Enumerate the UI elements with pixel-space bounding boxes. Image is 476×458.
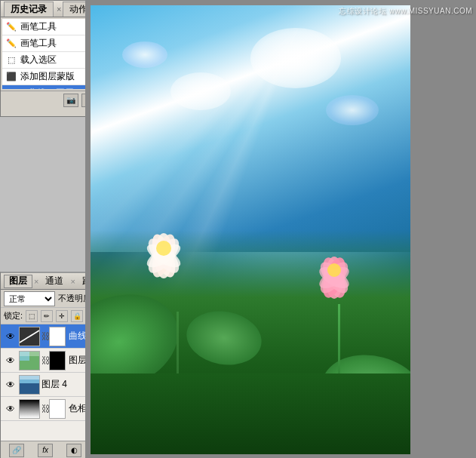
svg-rect-7	[20, 400, 39, 418]
link-layers-btn[interactable]: 🔗	[9, 444, 24, 457]
layer-thumb-layer3	[19, 351, 40, 370]
link-icon-curves2: ⛓	[41, 331, 49, 342]
svg-point-15	[156, 241, 171, 256]
blend-mode-select[interactable]: 正常	[4, 291, 55, 306]
tab-separator: ×	[57, 5, 61, 14]
bottom-leaves	[91, 373, 410, 454]
mask-thumb-hue	[49, 399, 66, 419]
cloud-3	[122, 41, 167, 68]
link-icon-layer3: ⛓	[41, 355, 49, 366]
canvas-area: 忘综设计论坛 www.MISSYUAN.COM	[85, 0, 476, 458]
layer-thumb-layer4	[19, 375, 40, 395]
eye-icon-layer3[interactable]: 👁	[4, 354, 17, 367]
lock-transparent-btn[interactable]: ⬚	[26, 310, 38, 322]
eye-icon-curves2[interactable]: 👁	[4, 330, 17, 343]
lock-move-btn[interactable]: ✛	[56, 310, 68, 322]
layer-tab-sep-2: ×	[70, 277, 75, 286]
layer-thumb-hue	[19, 399, 40, 419]
lotus-photo	[91, 5, 410, 454]
link-icon-hue: ⛓	[41, 404, 49, 414]
curves-icon: ◑	[13, 88, 25, 90]
mask-thumb-layer3	[49, 351, 66, 370]
cloud-2	[170, 72, 231, 110]
tab-channels[interactable]: 通道	[40, 275, 69, 288]
white-lotus	[122, 203, 205, 288]
mask-thumb-curves2	[49, 327, 66, 346]
pink-lotus	[296, 229, 372, 306]
history-snapshot-btn[interactable]: 📷	[63, 94, 78, 107]
eye-icon-hue[interactable]: 👁	[4, 402, 17, 416]
layer-mask-icon: ⬛	[5, 71, 17, 83]
cloud-1	[250, 28, 341, 88]
lock-paint-btn[interactable]: ✏	[41, 310, 53, 322]
layer-tab-sep-1: ×	[34, 277, 38, 286]
lock-all-btn[interactable]: 🔒	[71, 310, 83, 322]
lock-label: 锁定:	[4, 310, 23, 321]
brush-icon-2: ✏️	[5, 38, 17, 50]
tab-layers[interactable]: 图层	[4, 275, 32, 288]
layer-thumb-curves2	[19, 327, 40, 346]
cloud-4	[326, 95, 379, 125]
marquee-icon: ⬚	[5, 54, 17, 66]
eye-icon-layer4[interactable]: 👁	[4, 378, 17, 392]
svg-rect-6	[20, 376, 39, 380]
watermark: 忘综设计论坛 www.MISSYUAN.COM	[339, 6, 472, 17]
add-adjustment-btn[interactable]: ◐	[66, 444, 81, 457]
fx-btn[interactable]: fx	[38, 444, 53, 457]
tab-history[interactable]: 历史记录	[4, 2, 54, 17]
svg-rect-3	[20, 352, 39, 356]
svg-point-23	[327, 263, 341, 277]
brush-icon-1: ✏️	[5, 21, 17, 33]
